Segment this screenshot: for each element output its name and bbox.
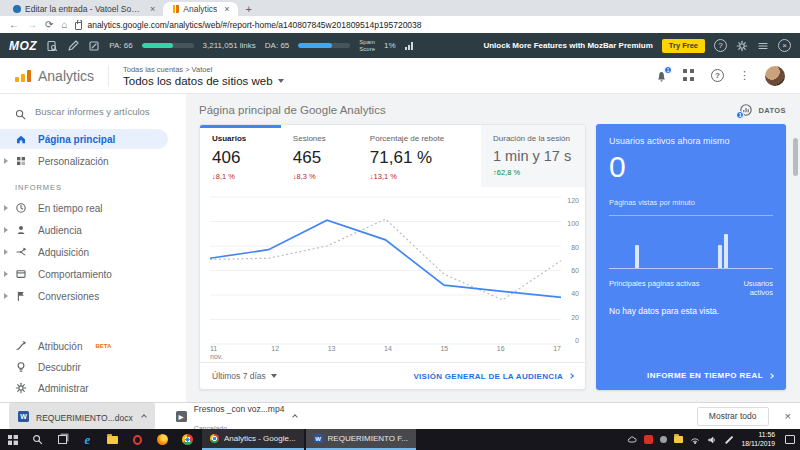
kebab-menu-icon[interactable]: ⋮ [739, 69, 750, 82]
customization-icon [15, 155, 27, 167]
chrome-button[interactable] [175, 429, 200, 450]
chevron-up-icon[interactable] [293, 414, 299, 420]
taskbar-search-button[interactable] [25, 429, 50, 450]
sidebar-item-atribucion[interactable]: Atribución BETA [0, 336, 186, 356]
tray-app-icon[interactable] [660, 436, 667, 443]
mail-tray-icon[interactable] [644, 435, 653, 444]
sidebar-item-administrar[interactable]: Administrar [0, 378, 186, 398]
insights-icon: 1 [739, 103, 753, 117]
tab-editar-entrada[interactable]: Editar la entrada - Vatoel Social | × [5, 2, 163, 16]
audience-overview-link[interactable]: VISIÓN GENERAL DE LA AUDIENCIA [413, 372, 573, 381]
desktop-screen: Editar la entrada - Vatoel Social | × An… [0, 0, 800, 450]
mozbar-menu-icon[interactable] [757, 40, 769, 52]
show-all-downloads-button[interactable]: Mostrar todo [697, 407, 769, 426]
search-input[interactable] [35, 106, 174, 117]
edge-button[interactable]: e [75, 429, 100, 450]
moz-logo[interactable]: MOZ [9, 39, 37, 53]
download-item-docx[interactable]: W REQUERIMIENTO...docx [9, 403, 155, 428]
expand-arrow-icon[interactable] [4, 293, 8, 299]
tab-analytics[interactable]: Analytics × [163, 2, 237, 16]
sidebar-item-adquisicion[interactable]: Adquisición [0, 242, 186, 262]
network-icon[interactable] [690, 435, 700, 445]
flag-icon [15, 290, 27, 302]
sidebar-item-label: Audiencia [38, 225, 82, 236]
metric-tab-usuarios[interactable]: Usuarios 406 ↓8,1 % [200, 125, 281, 187]
gear-icon [15, 382, 27, 394]
home-icon[interactable]: ⌂ [61, 20, 67, 30]
account-breadcrumb[interactable]: Todas las cuentas > Vatoel Todos los dat… [108, 65, 284, 87]
expand-arrow-icon[interactable] [4, 227, 8, 233]
mozbar-promo-text: Unlock More Features with MozBar Premium [483, 41, 652, 50]
download-file-name: REQUERIMIENTO...docx [36, 413, 133, 423]
property-selector-label[interactable]: Todos los datos de sitios web [123, 75, 273, 87]
task-view-button[interactable] [50, 429, 75, 450]
home-icon [15, 133, 27, 145]
sidebar-item-personalizacion[interactable]: Personalización [0, 151, 186, 171]
firefox-button[interactable] [150, 429, 175, 450]
speaker-icon[interactable] [707, 435, 717, 445]
tab-close-icon[interactable]: × [150, 4, 155, 14]
sidebar-item-descubrir[interactable]: Descubrir [0, 357, 186, 377]
metric-tab-porcentaje-rebote[interactable]: Porcentaje de rebote 71,61 % ↓13,1 % [358, 125, 481, 187]
action-center-icon[interactable] [785, 435, 795, 444]
sidebar-item-comportamiento[interactable]: Comportamiento [0, 264, 186, 284]
taskbar-window-word[interactable]: W REQUERIMIENTO F... [306, 429, 416, 450]
metric-tab-sesiones[interactable]: Sesiones 465 ↓8,3 % [281, 125, 358, 187]
system-tray: 11:5618/11/2019 [627, 431, 800, 448]
new-tab-button[interactable]: + [246, 3, 252, 15]
realtime-report-link[interactable]: INFORME EN TIEMPO REAL [647, 371, 773, 380]
date-range-selector[interactable]: Últimos 7 días [212, 371, 277, 381]
highlight-icon[interactable] [88, 40, 100, 52]
page-scrollbar[interactable] [793, 138, 798, 176]
sidebar-item-label: Personalización [38, 156, 109, 167]
tab-close-icon[interactable]: × [224, 4, 229, 14]
start-button[interactable] [0, 429, 25, 450]
help-icon[interactable]: ? [711, 69, 724, 82]
back-icon[interactable]: ← [9, 20, 19, 30]
page-analysis-icon[interactable] [46, 40, 58, 52]
sidebar-item-conversiones[interactable]: Conversiones [0, 286, 186, 306]
address-bar[interactable]: analytics.google.com/analytics/web/#/rep… [75, 20, 791, 30]
top-active-pages-label: Principales páginas activas [609, 279, 699, 297]
taskbar-clock[interactable]: 11:5618/11/2019 [741, 431, 775, 448]
download-item-mp4[interactable]: ▶ Fresnos _con voz...mp4 Cancelado [167, 394, 307, 429]
report-search[interactable] [0, 103, 186, 128]
sidebar-item-pagina-principal[interactable]: Página principal [0, 129, 168, 149]
reload-icon[interactable]: ⟳ [45, 20, 53, 30]
expand-arrow-icon[interactable] [4, 158, 8, 164]
wordpress-favicon [13, 5, 21, 13]
expand-arrow-icon[interactable] [4, 205, 8, 211]
apps-grid-icon[interactable] [683, 69, 696, 82]
pen-tray-icon[interactable] [725, 435, 733, 443]
metric-tabs: Usuarios 406 ↓8,1 % Sesiones 465 ↓8,3 % … [200, 125, 585, 187]
expand-arrow-icon[interactable] [4, 249, 8, 255]
links-count-label[interactable]: 3,211,051 links [203, 41, 256, 50]
opera-button[interactable] [125, 429, 150, 450]
mozbar-help-icon[interactable]: ? [714, 39, 727, 52]
notification-badge: 1 [664, 66, 672, 74]
sidebar-item-label: Conversiones [38, 291, 99, 302]
forward-icon[interactable]: → [27, 20, 37, 30]
sidebar-item-en-tiempo-real[interactable]: En tiempo real [0, 198, 186, 218]
insights-label: DATOS [758, 106, 786, 115]
sidebar-item-label: En tiempo real [38, 203, 102, 214]
user-avatar[interactable] [765, 66, 785, 86]
metric-tab-duracion-sesion[interactable]: Duración de la sesión 1 min y 17 s ↑62,8… [481, 125, 585, 187]
close-downloads-bar-icon[interactable]: × [785, 410, 791, 422]
metric-value: 1 min y 17 s [493, 148, 581, 164]
expand-arrow-icon[interactable] [4, 271, 8, 277]
file-explorer-button[interactable] [100, 429, 125, 450]
sidebar-item-audiencia[interactable]: Audiencia [0, 220, 186, 240]
chevron-up-icon[interactable] [141, 414, 147, 420]
tray-folder-icon[interactable] [674, 436, 683, 443]
edit-icon[interactable] [67, 40, 79, 52]
insights-button[interactable]: 1 DATOS [739, 103, 786, 117]
sidebar-item-label: Adquisición [38, 247, 89, 258]
mozbar-settings-icon[interactable] [736, 40, 748, 52]
chevron-down-icon [271, 374, 277, 378]
notifications-bell-icon[interactable]: 1 [655, 69, 668, 82]
try-free-button[interactable]: Try Free [662, 39, 705, 53]
cloud-icon[interactable] [627, 435, 637, 445]
mozbar-close-icon[interactable]: × [778, 39, 791, 52]
taskbar-window-analytics[interactable]: Analytics - Google... [202, 429, 304, 450]
